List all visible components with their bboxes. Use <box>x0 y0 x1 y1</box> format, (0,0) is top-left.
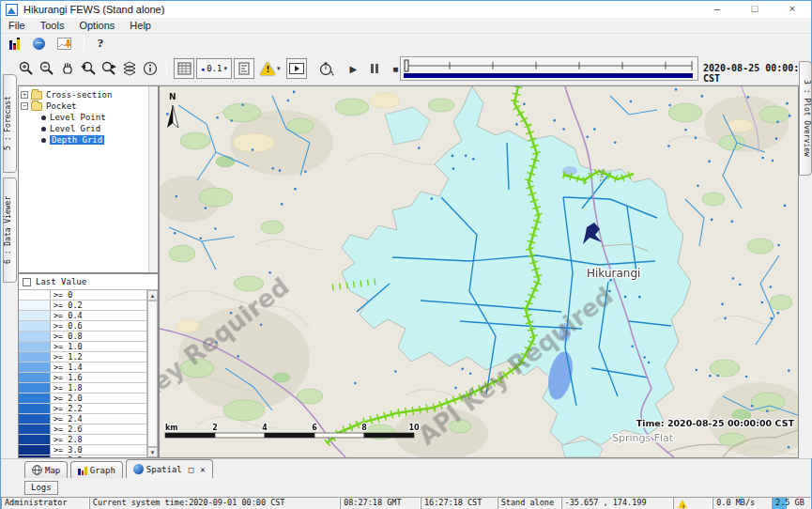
legend-row[interactable]: >= 2.8 <box>19 435 146 445</box>
time-slider-handle[interactable] <box>405 60 408 71</box>
last-value-label: Last Value <box>36 277 86 286</box>
status-system-time: Current system time:2020-09-01 00:00 CST <box>89 497 340 509</box>
time-slider[interactable] <box>400 56 698 81</box>
svg-text:4: 4 <box>262 424 268 432</box>
warning-dropdown[interactable]: ! ▾ <box>260 59 281 78</box>
tree-item-depth-grid[interactable]: Depth Grid <box>19 134 158 146</box>
layers-icon[interactable] <box>120 59 139 78</box>
close-button[interactable]: × <box>774 1 811 18</box>
legend-row[interactable]: >= 2.2 <box>19 404 146 414</box>
status-warning-cell[interactable]: ! <box>673 497 712 509</box>
contour-threshold-dropdown[interactable]: ● 0.1 ▾ <box>196 58 232 79</box>
legend-swatch <box>19 311 51 320</box>
legend-row[interactable]: >= 1.6 <box>19 373 146 383</box>
tab-forecast[interactable]: 5 : Forecast <box>3 74 17 173</box>
legend-row[interactable]: >= 1.8 <box>19 383 146 393</box>
scroll-down-icon[interactable]: ▼ <box>147 447 158 457</box>
bar-chart-icon <box>78 466 87 475</box>
legend-swatch <box>19 373 51 382</box>
zoom-out-icon[interactable] <box>38 59 56 78</box>
legend-scrollbar[interactable]: ▲ ▼ <box>146 290 158 457</box>
zoom-next-icon[interactable] <box>100 59 118 78</box>
legend-label: >= 0.2 <box>51 301 146 310</box>
legend-row[interactable]: >= 1.2 <box>19 352 146 362</box>
warning-icon: ! <box>260 62 275 75</box>
tab-map[interactable]: Map <box>24 461 68 478</box>
menu-tools[interactable]: Tools <box>33 20 72 31</box>
legend-row[interactable]: >= 2.0 <box>19 393 146 404</box>
map-time-label: Time: 2020-08-25 00:00:00 CST <box>636 418 795 428</box>
locality-label: Springs Flat <box>612 432 674 444</box>
legend-label: >= 3.0 <box>51 445 146 455</box>
stop-button[interactable]: ■ <box>392 64 398 74</box>
svg-text:6: 6 <box>312 424 317 432</box>
info-icon[interactable] <box>141 59 160 78</box>
legend-row[interactable]: >= 2.6 <box>19 424 146 435</box>
legend-swatch <box>19 321 51 331</box>
scroll-thumb[interactable] <box>147 301 158 447</box>
globe-icon[interactable] <box>29 34 48 53</box>
status-mode: Stand alone <box>498 497 561 509</box>
expand-plus-icon[interactable]: + <box>21 91 28 99</box>
undock-icon[interactable]: □ <box>189 465 193 474</box>
legend-label: >= 1.0 <box>51 342 146 351</box>
maximize-button[interactable]: □ <box>736 1 774 18</box>
legend-row[interactable]: >= 0.8 <box>19 332 146 342</box>
menu-options[interactable]: Options <box>71 20 122 31</box>
pause-button[interactable] <box>371 64 378 73</box>
last-value-checkbox[interactable] <box>23 278 31 286</box>
legend-label: >= 1.4 <box>51 362 146 372</box>
legend-row[interactable]: >= 1.4 <box>19 362 146 373</box>
pan-hand-icon[interactable] <box>58 59 77 78</box>
logs-bar: Logs <box>1 478 811 497</box>
tab-spatial[interactable]: Spatial □ ✕ <box>126 459 213 478</box>
tab-plot-overview[interactable]: 3 : Plot Overview <box>799 61 812 176</box>
zoom-previous-icon[interactable] <box>79 59 98 78</box>
scale-legend-button[interactable] <box>234 58 254 79</box>
legend-row[interactable]: >= 1.0 <box>19 342 146 352</box>
status-bar: Administrator Current system time:2020-0… <box>1 497 811 509</box>
tree-item-cross-section[interactable]: + Cross-section <box>19 89 158 100</box>
legend-swatch <box>19 424 51 434</box>
grid-display-button[interactable] <box>174 58 194 79</box>
timeseries-chart-icon[interactable] <box>54 34 73 53</box>
play-button[interactable]: ▶ <box>350 64 358 74</box>
legend-row[interactable]: >= 2.4 <box>19 414 146 424</box>
current-time-display: 2020-08-25 00:00:00 CST <box>703 63 811 84</box>
legend-panel: Last Value >= 0>= 0.2>= 0.4>= 0.6>= 0.8>… <box>18 273 159 458</box>
tab-graph[interactable]: Graph <box>70 461 123 478</box>
minimize-button[interactable]: – <box>698 1 736 18</box>
legend-row[interactable]: >= 3.0 <box>19 445 146 455</box>
legend-row[interactable]: >= 0.6 <box>19 321 146 332</box>
close-tab-icon[interactable]: ✕ <box>200 465 205 474</box>
folder-icon <box>31 102 42 111</box>
legend-label: >= 2.0 <box>51 393 146 403</box>
legend-row[interactable]: >= 0 <box>19 290 146 301</box>
animation-window-button[interactable] <box>286 58 307 79</box>
logs-button[interactable]: Logs <box>24 481 58 495</box>
legend-row[interactable]: >= 0.2 <box>19 301 146 311</box>
status-gmt-time: 08:27:18 GMT <box>340 497 421 509</box>
zoom-in-icon[interactable] <box>17 59 36 78</box>
status-download-rate: 0.0 MB/s <box>712 497 772 509</box>
layer-tree-panel: + Cross-section − Pocket Level Point Lev… <box>18 85 159 273</box>
legend-swatch <box>19 393 51 403</box>
tree-item-level-grid[interactable]: Level Grid <box>19 123 158 134</box>
chevron-down-icon: ▾ <box>277 65 281 72</box>
map-view[interactable]: API Key Required API Key Required Hikura… <box>159 85 799 458</box>
tree-item-pocket[interactable]: − Pocket <box>19 100 158 112</box>
legend-row[interactable]: >= 3.2 <box>19 455 146 457</box>
menu-help[interactable]: Help <box>122 20 159 31</box>
collapse-minus-icon[interactable]: − <box>21 102 28 110</box>
tab-data-viewer[interactable]: 6 : Data Viewer <box>3 177 17 283</box>
tree-item-level-point[interactable]: Level Point <box>19 112 158 123</box>
help-button[interactable]: ? <box>91 34 110 53</box>
explorer-icon[interactable] <box>2 34 21 53</box>
legend-row[interactable]: >= 0.4 <box>19 311 146 321</box>
tree-scrollbar[interactable] <box>148 86 158 272</box>
menu-file[interactable]: File <box>1 20 33 31</box>
menu-bar: File Tools Options Help <box>1 18 811 34</box>
animation-settings-icon[interactable] <box>317 59 336 78</box>
road-label: SH1 <box>597 168 605 182</box>
scroll-up-icon[interactable]: ▲ <box>147 290 158 301</box>
